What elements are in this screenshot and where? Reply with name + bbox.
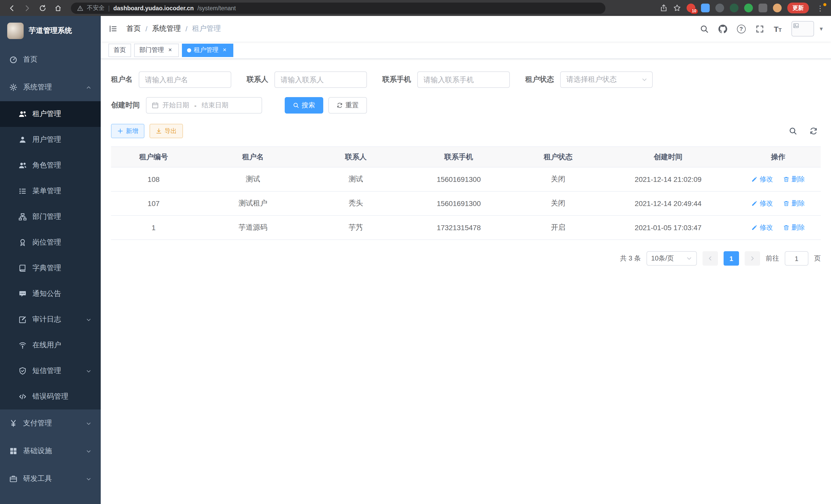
breadcrumb-system-management[interactable]: 系统管理	[152, 24, 181, 33]
cell-created: 2021-12-14 21:02:09	[601, 167, 736, 191]
cell-actions: 修改 删除	[736, 167, 821, 191]
sidebar-item-dept-management[interactable]: 部门管理	[0, 204, 101, 230]
font-small-glyph: T	[779, 27, 782, 33]
filter-phone: 联系手机	[382, 71, 510, 88]
edit-tenant-link[interactable]: 修改	[751, 223, 773, 232]
sidebar-item-payment-management[interactable]: 支付管理	[0, 410, 101, 437]
sidebar-item-error-code-management[interactable]: 错误码管理	[0, 384, 101, 410]
menu-label: 短信管理	[32, 366, 61, 376]
broken-image-icon	[793, 23, 799, 29]
page-size-select[interactable]: 10条/页	[647, 251, 697, 266]
sidebar-item-notice[interactable]: 通知公告	[0, 281, 101, 307]
header-search-icon[interactable]	[700, 24, 709, 33]
browser-reload-button[interactable]	[36, 1, 49, 14]
sidebar-item-system-management[interactable]: 系统管理	[0, 73, 101, 101]
extension-icon[interactable]	[730, 4, 739, 12]
status-select[interactable]: 请选择租户状态	[560, 71, 653, 88]
tab-home[interactable]: 首页	[109, 43, 131, 57]
toggle-search-icon[interactable]	[789, 127, 797, 135]
filter-status: 租户状态 请选择租户状态	[525, 71, 653, 88]
url-divider: |	[108, 5, 110, 11]
user-avatar[interactable]	[792, 21, 814, 36]
current-page-button[interactable]: 1	[724, 251, 739, 266]
chevron-down-icon	[641, 77, 648, 83]
browser-home-button[interactable]	[51, 1, 65, 14]
sidebar-item-user-management[interactable]: 用户管理	[0, 127, 101, 153]
bookmark-star-icon[interactable]	[673, 4, 681, 12]
extension-icon[interactable]	[744, 4, 753, 12]
app-logo[interactable]: 芋道管理系统	[0, 16, 101, 46]
delete-tenant-link[interactable]: 删除	[783, 223, 805, 232]
font-size-icon[interactable]: TT	[774, 24, 782, 33]
sidebar-item-online-users[interactable]: 在线用户	[0, 332, 101, 358]
tenant-name-input[interactable]	[139, 71, 231, 88]
tab-dept-management[interactable]: 部门管理 ×	[134, 43, 179, 57]
tab-label: 部门管理	[139, 46, 164, 55]
menu-label: 基础设施	[23, 446, 52, 456]
sidebar-menu: 首页 系统管理 租户管理 用户管理	[0, 46, 101, 493]
address-bar[interactable]: 不安全 | dashboard.yudao.iocoder.cn/system/…	[71, 2, 605, 13]
sidebar-item-dev-tools[interactable]: 研发工具	[0, 465, 101, 493]
browser-forward-button[interactable]	[21, 1, 34, 14]
extension-icon[interactable]	[715, 4, 724, 12]
online-signal-icon	[19, 341, 27, 349]
edit-tenant-link[interactable]: 修改	[751, 175, 773, 184]
dev-tools-icon	[9, 475, 18, 483]
delete-tenant-link[interactable]: 删除	[783, 199, 805, 208]
search-button[interactable]: 搜索	[285, 97, 323, 114]
tab-label: 租户管理	[194, 46, 219, 55]
menu-label: 在线用户	[32, 340, 61, 350]
cell-tenant-id: 108	[111, 167, 196, 191]
breadcrumb-home[interactable]: 首页	[126, 24, 141, 33]
sidebar-item-role-management[interactable]: 角色管理	[0, 153, 101, 178]
refresh-table-icon[interactable]	[809, 127, 818, 135]
sidebar-item-sms-management[interactable]: 短信管理	[0, 358, 101, 384]
extension-badge: 10	[690, 9, 698, 14]
refresh-icon	[337, 102, 343, 109]
contact-input[interactable]	[275, 71, 367, 88]
extension-icon[interactable]	[758, 4, 767, 12]
reset-button[interactable]: 重置	[328, 97, 367, 114]
sidebar-item-post-management[interactable]: 岗位管理	[0, 230, 101, 255]
sidebar-item-menu-management[interactable]: 菜单管理	[0, 178, 101, 204]
close-tab-icon[interactable]: ×	[221, 47, 228, 54]
share-icon[interactable]	[660, 4, 667, 12]
calendar-icon	[152, 102, 159, 109]
help-icon[interactable]: ?	[737, 24, 745, 33]
extension-icon[interactable]: 10	[687, 4, 695, 12]
tab-tenant-management[interactable]: 租户管理 ×	[182, 43, 233, 57]
profile-avatar[interactable]	[773, 4, 782, 12]
browser-menu-icon[interactable]: ⋮	[814, 4, 826, 12]
browser-back-button[interactable]	[5, 1, 19, 14]
date-range-separator: -	[194, 101, 197, 109]
cell-status: 开启	[515, 215, 601, 240]
close-tab-icon[interactable]: ×	[167, 47, 174, 54]
github-icon[interactable]	[718, 24, 727, 33]
table-row: 1 芋道源码 芋艿 17321315478 开启 2021-01-05 17:0…	[111, 215, 821, 240]
user-menu-caret-icon[interactable]: ▾	[820, 25, 823, 32]
edit-tenant-link[interactable]: 修改	[751, 199, 773, 208]
next-page-button[interactable]	[745, 251, 760, 266]
user-icon	[19, 136, 27, 144]
add-tenant-button[interactable]: 新增	[111, 124, 144, 138]
goto-page-input[interactable]	[785, 251, 808, 266]
phone-input[interactable]	[417, 71, 510, 88]
update-browser-button[interactable]: 更新	[787, 3, 809, 13]
date-range-picker[interactable]: 开始日期 - 结束日期	[146, 97, 262, 114]
sidebar-item-dict-management[interactable]: 字典管理	[0, 255, 101, 281]
sidebar-item-tenant-management[interactable]: 租户管理	[0, 101, 101, 127]
sidebar-item-home[interactable]: 首页	[0, 46, 101, 73]
delete-tenant-link[interactable]: 删除	[783, 175, 805, 184]
sidebar: 芋道管理系统 首页 系统管理 租户管理	[0, 16, 101, 504]
menu-label: 用户管理	[32, 135, 61, 144]
error-code-icon	[19, 392, 27, 401]
extension-icon[interactable]	[701, 4, 710, 12]
prev-page-button[interactable]	[703, 251, 718, 266]
collapse-sidebar-button[interactable]	[109, 25, 117, 33]
cell-phone: 15601691300	[402, 167, 515, 191]
sidebar-item-infrastructure[interactable]: 基础设施	[0, 437, 101, 465]
fullscreen-icon[interactable]	[755, 24, 764, 33]
sidebar-item-audit-log[interactable]: 审计日志	[0, 307, 101, 332]
chevron-left-icon	[707, 255, 713, 262]
export-button[interactable]: 导出	[149, 124, 183, 138]
